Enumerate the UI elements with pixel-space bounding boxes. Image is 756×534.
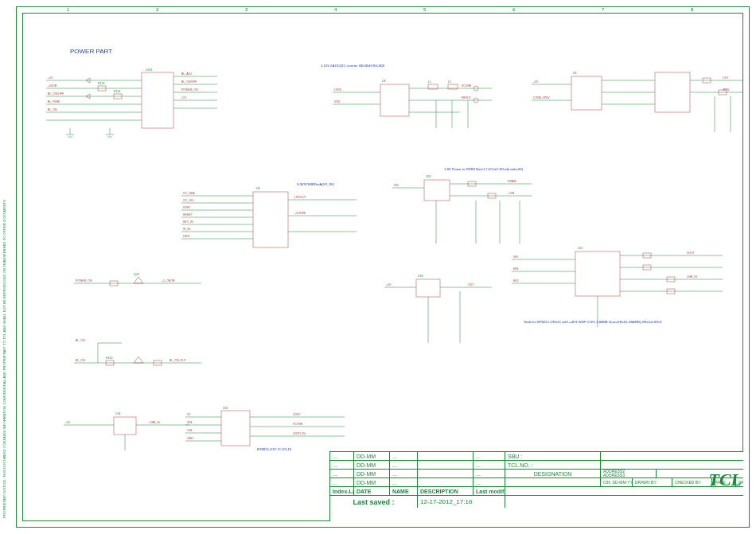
svg-rect-34: [655, 72, 690, 112]
net: STBY: [183, 206, 191, 209]
net: POWER_ON: [181, 88, 198, 92]
grid-col-4: 4: [334, 7, 337, 12]
net: BL_ON/OFF: [181, 80, 197, 84]
net: OUT: [468, 283, 474, 286]
net: BL_ON_OUT: [170, 359, 187, 362]
last-saved-label: Last saved :: [330, 496, 418, 508]
net: EN2: [513, 279, 519, 283]
grid-col-7: 7: [602, 7, 604, 12]
grid-col-8: 8: [691, 7, 693, 12]
net: 3V3: [187, 421, 192, 424]
rev-row: ... DD-MM ... ... SBU :: [330, 452, 743, 461]
net: 5V: [187, 413, 191, 416]
net: IR_IN: [183, 228, 190, 231]
rev-row: ... DD-MM ... ... DESIGNATION ADDRESS1 A…: [330, 470, 743, 478]
net: LVDS: [334, 88, 342, 92]
grid-col-3: 3: [245, 7, 247, 12]
net: 3P3V: [723, 88, 730, 92]
net: 12V: [181, 96, 187, 99]
net: +5V: [65, 421, 71, 424]
ref: R124: [114, 90, 120, 93]
net: BL_ON: [76, 359, 85, 362]
rev-modif: ...: [473, 452, 505, 460]
net: +3.3VSB: [294, 212, 306, 215]
cluster-ldo-small: +5V OUT U18: [372, 267, 500, 355]
svg-rect-20: [380, 84, 409, 116]
net: RESET: [183, 213, 193, 216]
ref: U201: [146, 68, 152, 72]
net: VIN: [513, 255, 518, 259]
designation: DESIGNATION: [505, 470, 601, 477]
svg-rect-82: [416, 279, 440, 297]
ref: U8: [256, 187, 260, 190]
net: LDOOUT: [294, 196, 306, 199]
cluster-dcdc-1v15: 1.15V 2A DC/DC inverter SE1054VSS-S03 LV…: [317, 60, 500, 148]
ref: U3: [382, 80, 386, 83]
ref: R123: [98, 82, 104, 85]
net: +5V: [386, 283, 392, 286]
ref: U10: [426, 175, 431, 178]
svg-rect-92: [114, 417, 136, 435]
cluster-dcdc-5v: +5V CORE_5P0V OUT 3P3V U6: [524, 57, 746, 152]
note: 1.15V 2A DC/DC inverter SE1054VSS-S03: [321, 64, 385, 68]
net: +5V: [48, 76, 53, 80]
note: 3.3VSTB/800mA(I/O_3V): [297, 182, 335, 186]
svg-rect-33: [571, 76, 602, 110]
note: 1.8V Power to DDR3 Note1 2.5Out/1.8Out(L…: [444, 167, 524, 171]
net: LDO2: [293, 413, 300, 416]
net: +5VSB: [48, 84, 57, 88]
grid-col-1: 1: [67, 7, 69, 12]
address: ADDRESS1 ADDRESS2 ADDRESS3 33332441: [601, 470, 657, 477]
checked: CHECKED BY:: [672, 478, 712, 486]
net: BL_ON: [48, 108, 57, 111]
rev-desc: [418, 452, 473, 460]
ref: U12: [578, 247, 583, 250]
brand-logo: TCL: [708, 470, 742, 490]
sbu: SBU :: [505, 452, 601, 460]
net: KEY_IN: [183, 220, 193, 224]
ref: U16: [223, 407, 228, 410]
rev-date: DD-MM: [354, 452, 390, 460]
net: BL_PWM: [48, 100, 60, 103]
net: OUT: [723, 76, 729, 80]
ref: L1: [428, 80, 431, 84]
net: +1V8: [508, 192, 514, 195]
svg-rect-57: [424, 180, 450, 201]
proprietary-notice: PROPRIETARY NOTICE: THIS DOCUMENT CONTAI…: [2, 200, 10, 518]
header-row: Index-Lab DATE NAME DESCRIPTION Last mod…: [330, 487, 743, 496]
net: VCORE: [462, 84, 472, 88]
net: BL_ON: [76, 339, 85, 342]
ref: L2: [448, 80, 451, 84]
net: VIN: [394, 184, 399, 187]
cluster-ldo-multi: 5V 3V3 1V8 GND LDO2 VCORE LDOIT_IN RT802…: [177, 403, 353, 458]
last-saved-row: Last saved : 12-17-2012_17:16: [330, 496, 743, 508]
drawn: DRAWN BY:: [633, 478, 672, 486]
cluster-standby-mcu: I2C_SDA I2C_SCL STBY RESET KEY_IN IR_IN …: [166, 176, 364, 263]
ref: U6: [573, 72, 577, 75]
svg-rect-69: [575, 251, 620, 296]
rev-row: ... DD-MM ... ... CIN: DD-MM-YY DRAWN BY…: [330, 478, 743, 487]
net: I2C_SDA: [183, 192, 195, 195]
tclno: TCL.NO. :: [505, 461, 601, 469]
net: VCORE: [293, 423, 303, 426]
net: LED1: [183, 235, 190, 238]
rev-name: ...: [390, 452, 418, 460]
net: VOUT: [687, 251, 696, 255]
ref: Q20: [134, 273, 139, 276]
net: AC_ON/OFF: [48, 92, 64, 95]
last-saved-value: 12-17-2012_17:16: [418, 496, 505, 508]
net: +5V: [533, 80, 539, 84]
svg-rect-0: [142, 72, 173, 128]
cluster-power-connector: +5V +5VSB AC_ON/OFF BL_PWM BL_ON BL_ADJ …: [38, 57, 221, 144]
cluster-dual-dcdc: VIN EN1 EN2 VOUT USB_5V Table for RP665 …: [500, 236, 731, 339]
ref: R150: [106, 357, 112, 360]
schematic-sheet: PROPRIETARY NOTICE: THIS DOCUMENT CONTAI…: [0, 0, 756, 534]
cluster-usb-5v: +5V USB_5V U14: [54, 403, 197, 458]
net: VDD: [334, 100, 341, 103]
net: POWER_ON: [76, 279, 92, 283]
net: LDOIT_IN: [293, 432, 306, 435]
note: Table for RP665 L1/R141 will L=4P4 WHF C…: [524, 320, 662, 324]
rev-row: ... DD-MM ... ... TCL.NO. :: [330, 461, 743, 470]
net: 1V8: [187, 429, 192, 432]
ref: U18: [418, 275, 423, 278]
